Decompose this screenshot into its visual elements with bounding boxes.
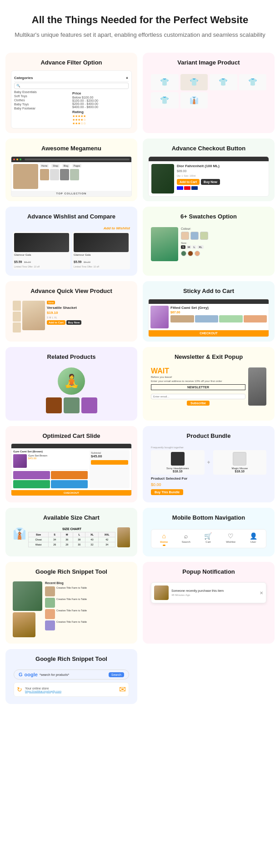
newsletter-subscribe-button[interactable]: Subscribe — [187, 401, 210, 406]
cart-checkout-btn[interactable] — [91, 460, 128, 465]
rating-3: ★★★☆☆ — [72, 122, 129, 125]
quickview-size-xl[interactable]: XL — [54, 316, 57, 319]
paypal-icon — [191, 186, 198, 190]
bundle-buy-button[interactable]: Buy This Bundle — [151, 489, 183, 495]
person-figure-icon: 🧘 — [64, 373, 80, 388]
blog-item-2: Creative Title Farm to Table — [45, 598, 130, 608]
add-to-cart-button[interactable]: Add to Cart — [177, 179, 200, 185]
home-icon: ⌂ — [162, 532, 165, 540]
megamenu-ui-mock: Home Shop Blog Pages TOP COLLECTION — [11, 156, 132, 197]
variant-item-3[interactable]: 👕 — [210, 74, 237, 90]
quickview-thumb-1[interactable] — [13, 301, 21, 311]
sticky-v1[interactable] — [170, 315, 194, 322]
variant-item-6[interactable]: 👔 — [180, 92, 208, 109]
user-nav-label: User — [250, 541, 256, 543]
sticky-v2[interactable] — [195, 315, 219, 322]
variant-item-5[interactable]: 👕 — [151, 92, 179, 109]
row2-l: 30 — [73, 542, 85, 547]
cart-footer-checkout[interactable]: CHECKOUT — [11, 490, 131, 496]
checkout-product-info: Dior Fahrenheit (100 ML) $89.00 Qty: 1 S… — [177, 164, 266, 193]
filter-item-baby: Baby Essentials — [14, 90, 70, 94]
add-to-wishlist-label: Add to Wishlist — [13, 226, 130, 230]
size-l[interactable]: L — [192, 245, 196, 249]
row1-label: Chest — [29, 537, 49, 542]
feature-wishlist: Advance Wishlist and Compare Add to Wish… — [5, 207, 137, 276]
rating-5: ★★★★★ — [72, 114, 129, 118]
quickview-cart-button[interactable]: Add to Cart — [47, 320, 65, 325]
blog-secondary-image — [13, 612, 35, 637]
newsletter-model-image — [248, 367, 266, 406]
checkout-product-title: Dior Fahrenheit (100 ML) — [177, 164, 266, 168]
sticky-content: Fitted Cami Set (Grey) $67.00 — [149, 304, 269, 330]
rich-store-url[interactable]: https://multikar.myshopify.com — [25, 690, 116, 693]
wishlist-product-1: Glamour Gala $5.59 $6.29 Limited Time Of… — [13, 232, 70, 269]
rich-search-button[interactable]: Search — [109, 672, 124, 677]
feature-product-bundle: Product Bundle Frequently bought togethe… — [143, 426, 275, 503]
quickview-thumb-3[interactable] — [13, 322, 21, 332]
variant-item-2[interactable]: 👕 — [180, 74, 208, 90]
rich-store-label: Your online store — [25, 687, 116, 690]
shirt-icon-5: 👕 — [160, 96, 169, 104]
mobile-nav-wishlist[interactable]: ♡ Wishlist — [226, 532, 235, 546]
feature-title-popup: Popup Notification — [148, 568, 269, 576]
megamenu-label-1: Home — [40, 164, 49, 168]
filter-item-babyfootwear: Baby Footwear — [14, 106, 70, 110]
product-price-2: $5.59 — [74, 260, 82, 263]
variant-grid: 👕 👕 👕 👕 👕 👔 — [151, 74, 266, 109]
blog-hero-image — [13, 581, 42, 611]
quickview-thumb-2[interactable] — [13, 312, 21, 322]
size-xl[interactable]: XL — [197, 245, 203, 249]
price-label: Price — [72, 90, 129, 96]
quickview-size-s[interactable]: S — [47, 316, 48, 319]
email-icon: ✉ — [119, 684, 126, 694]
popup-product-image — [154, 585, 169, 600]
related-product-1 — [46, 397, 62, 413]
cart-product-row-1: Gym Set Brown $45.00 — [13, 454, 88, 470]
color-brown[interactable] — [188, 251, 193, 256]
variant-item-1[interactable]: 👕 — [151, 74, 179, 90]
google-logo-rest: oogle — [25, 672, 38, 677]
quickview-size-l[interactable]: L — [52, 316, 54, 319]
mobile-nav-user[interactable]: 👤 User — [250, 532, 257, 546]
popup-notification-card: Someone recently purchase this item 48 M… — [151, 582, 266, 603]
feature-title-newsletter: Newsletter & Exit Popup — [148, 353, 269, 361]
checkout-product-image — [151, 164, 174, 193]
variant-item-4[interactable]: 👕 — [239, 74, 267, 90]
quickview-size-m[interactable]: M — [49, 316, 51, 319]
feature-title-wishlist: Advance Wishlist and Compare — [11, 213, 132, 221]
swatch-img-3[interactable] — [200, 232, 208, 240]
quickview-buy-button[interactable]: Buy Now — [66, 320, 82, 325]
cart-thumb-1 — [13, 471, 50, 479]
size-s[interactable]: S — [181, 245, 185, 249]
product-image-1 — [14, 233, 69, 252]
mobile-nav-search[interactable]: ⌕ Search — [182, 532, 190, 546]
popup-close-button[interactable]: ✕ — [260, 590, 263, 595]
quickview-thumbnails — [13, 301, 21, 332]
checkout-qty: Qty: 1 — [177, 174, 183, 177]
cart-main-section: Gym Cami Set (Brown) Gym Set Brown $45.0… — [13, 450, 88, 488]
size-m[interactable]: M — [186, 245, 191, 249]
mobile-nav-cart[interactable]: 🛒 Cart — [204, 532, 212, 546]
color-peach[interactable] — [195, 251, 200, 256]
quickview-main-image — [22, 301, 45, 330]
rich-store-details: Your online store https://multikar.mysho… — [25, 687, 116, 693]
sticky-browser-bar — [149, 299, 269, 304]
sticky-v4[interactable] — [244, 315, 267, 322]
color-circles-row — [181, 251, 266, 256]
size-table-header-xl: XL — [85, 532, 99, 537]
sticky-v3[interactable] — [219, 315, 243, 322]
newsletter-email-input[interactable] — [151, 394, 245, 399]
sizechart-shirt-illustration: 👔 — [13, 527, 26, 547]
home-label: Home — [160, 541, 168, 543]
sticky-checkout-button[interactable]: CHECKOUT — [149, 330, 269, 337]
color-green[interactable] — [181, 251, 186, 256]
feature-checkout: Advance Checkout Button Dior Fahrenheit … — [143, 139, 275, 201]
mobile-nav-home[interactable]: ⌂ Home — [160, 532, 168, 546]
popup-time-text: 48 Minutes Ago — [171, 593, 257, 597]
product-timer-1: Limited Time Offer: 10 off — [14, 265, 69, 268]
filter-columns: Baby Essentials Soft Toys Clothes Baby T… — [14, 90, 129, 125]
filter-search-input[interactable]: 🔍 — [14, 83, 129, 89]
swatch-img-2[interactable] — [190, 232, 199, 240]
buy-now-button[interactable]: Buy Now — [201, 179, 220, 185]
swatch-img-1[interactable] — [181, 232, 189, 240]
